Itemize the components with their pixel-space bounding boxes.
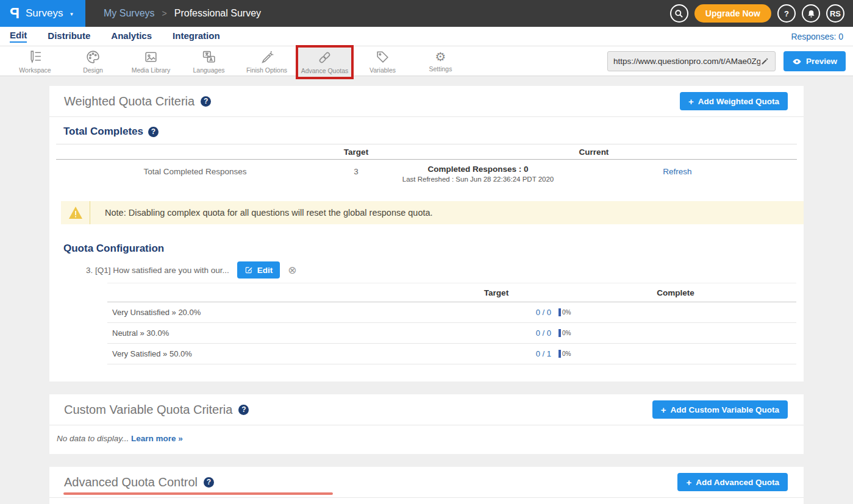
help-circle-icon[interactable]: ? [148, 127, 159, 137]
add-advanced-quota-button[interactable]: + Add Advanced Quota [677, 473, 788, 491]
edit-question-quota-button[interactable]: Edit [237, 261, 280, 279]
advanced-quota-card: Advanced Quota Control ? + Add Advanced … [49, 467, 804, 504]
total-completes-row: Total Completed Responses 3 Completed Re… [56, 160, 797, 195]
toolbar-label: Languages [193, 66, 225, 74]
total-completes-heading: Total Completes [63, 126, 143, 138]
toolbar-item-workspace[interactable]: Workspace [6, 46, 64, 76]
quota-target-value[interactable]: 0 / 0 [502, 308, 551, 317]
custom-variable-header: Custom Variable Quota Criteria ? + Add C… [49, 394, 804, 425]
remove-quota-icon[interactable]: ⊗ [288, 265, 296, 275]
answer-option-label: Very Unsatisfied » 20.0% [112, 308, 201, 317]
tab-analytics[interactable]: Analytics [111, 30, 152, 42]
breadcrumb-my-surveys[interactable]: My Surveys [104, 8, 155, 19]
custom-variable-title: Custom Variable Quota Criteria [64, 403, 232, 417]
palette-icon [85, 49, 101, 65]
tab-edit[interactable]: Edit [10, 30, 27, 43]
advanced-quota-title-wrap: Advanced Quota Control [64, 475, 198, 489]
topbar-actions: Upgrade Now ? RS [670, 0, 853, 27]
top-bar: P Surveys ▼ My Surveys > Professional Su… [0, 0, 853, 27]
toolbar-label: Workspace [19, 66, 51, 74]
product-label: Surveys [26, 7, 63, 20]
progress-bar [559, 329, 561, 337]
help-circle-icon[interactable]: ? [238, 405, 249, 415]
quota-progress: 0% [559, 350, 571, 358]
toolbar-item-media-library[interactable]: Media Library [122, 46, 180, 76]
weighted-quota-title: Weighted Quota Criteria [64, 94, 195, 108]
add-custom-variable-quota-label: Add Custom Variable Quota [670, 405, 779, 414]
weighted-quota-header: Weighted Quota Criteria ? + Add Weighted… [49, 86, 804, 117]
edit-button-label: Edit [257, 266, 273, 275]
tag-icon [375, 49, 390, 65]
translate-icon [201, 49, 216, 65]
table-row: Very Satisfied » 50.0% 0 / 1 0% [107, 344, 796, 364]
toolbar-item-advance-quotas[interactable]: Advance Quotas [296, 45, 354, 79]
last-refreshed-timestamp: Last Refreshed : Sun Jun 28 22:36:24 PDT… [402, 176, 554, 183]
breadcrumb-separator: > [162, 9, 167, 18]
refresh-link[interactable]: Refresh [663, 167, 691, 176]
help-circle-icon[interactable]: ? [204, 477, 214, 488]
progress-bar [559, 350, 561, 358]
toolbar-item-languages[interactable]: Languages [180, 46, 238, 76]
weighted-quota-card: Weighted Quota Criteria ? + Add Weighted… [49, 86, 804, 382]
avatar[interactable]: RS [826, 4, 844, 23]
survey-url-input[interactable] [613, 57, 760, 66]
add-custom-variable-quota-button[interactable]: + Add Custom Variable Quota [652, 400, 788, 419]
breadcrumb: My Surveys > Professional Survey [104, 0, 261, 27]
toolbar-item-finish-options[interactable]: Finish Options [238, 46, 296, 76]
column-target: Target [484, 288, 509, 297]
toolbar-label: Design [83, 66, 103, 74]
total-completes-heading-row: Total Completes ? [63, 126, 797, 138]
edit-toolbar: Workspace Design Media Library Languages… [0, 46, 853, 76]
quota-config-table-header: Target Complete [107, 283, 796, 302]
toolbar-item-design[interactable]: Design [64, 46, 122, 76]
total-completes-table-header: Target Current [56, 144, 797, 160]
plus-icon: + [688, 96, 694, 107]
upgrade-now-button[interactable]: Upgrade Now [694, 4, 771, 23]
add-weighted-quota-button[interactable]: + Add Weighted Quota [680, 92, 788, 110]
warning-icon-wrap [61, 201, 90, 224]
edit-pencil-icon[interactable] [760, 57, 769, 66]
advanced-quota-title-row: Advanced Quota Control ? [64, 475, 214, 489]
toolbar-right: Preview [607, 46, 853, 71]
quota-progress: 0% [559, 329, 571, 337]
custom-variable-title-row: Custom Variable Quota Criteria ? [64, 403, 249, 417]
advanced-quota-title: Advanced Quota Control [64, 475, 198, 489]
column-complete: Complete [657, 288, 694, 297]
preview-button[interactable]: Preview [783, 51, 846, 71]
toolbar-item-variables[interactable]: Variables [354, 46, 412, 76]
notifications-button[interactable] [802, 4, 820, 23]
help-circle-icon[interactable]: ? [201, 96, 211, 107]
total-completed-responses-label: Total Completed Responses [144, 167, 247, 176]
progress-percent: 0% [562, 309, 571, 316]
quota-target-value[interactable]: 0 / 1 [502, 349, 551, 358]
product-switcher[interactable]: P Surveys ▼ [0, 0, 85, 27]
table-row: Very Unsatisfied » 20.0% 0 / 0 0% [107, 302, 796, 323]
toolbar-item-settings[interactable]: ⚙ Settings [412, 46, 469, 76]
advanced-quota-header: Advanced Quota Control ? + Add Advanced … [49, 467, 804, 498]
workspace-icon [27, 49, 43, 65]
progress-percent: 0% [562, 350, 571, 357]
empty-state-row: No data to display... Learn more » [49, 425, 804, 454]
tab-integration[interactable]: Integration [173, 30, 220, 42]
search-icon [674, 9, 683, 18]
learn-more-link[interactable]: Learn more » [131, 434, 183, 443]
breadcrumb-current-survey: Professional Survey [174, 8, 261, 19]
toolbar-label: Media Library [132, 66, 171, 74]
warning-triangle-icon [68, 206, 83, 219]
progress-percent: 0% [562, 330, 571, 336]
help-button[interactable]: ? [777, 4, 796, 23]
quota-target-value[interactable]: 0 / 0 [502, 328, 551, 338]
progress-bar [559, 308, 561, 316]
red-underline [63, 492, 333, 495]
chain-link-icon [317, 50, 332, 65]
column-target: Target [344, 147, 368, 157]
tab-distribute[interactable]: Distribute [48, 30, 90, 42]
column-current: Current [579, 147, 609, 157]
quota-configuration-heading: Quota Configuration [63, 243, 797, 255]
avatar-initials: RS [830, 9, 841, 18]
search-button[interactable] [670, 4, 688, 23]
add-advanced-quota-label: Add Advanced Quota [696, 478, 779, 487]
plus-icon: + [661, 405, 666, 415]
current-value-block: Completed Responses : 0 Last Refreshed :… [402, 165, 554, 183]
question-label: 3. [Q1] How satisfied are you with our..… [86, 266, 229, 275]
